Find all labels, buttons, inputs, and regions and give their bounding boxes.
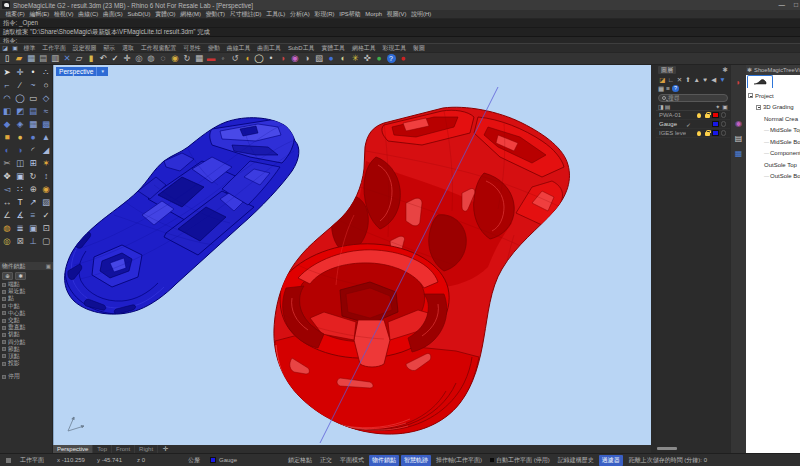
menu-A[interactable]: 分析(A)	[288, 10, 312, 19]
named-view-icon[interactable]: ▢	[40, 235, 52, 247]
menu-D[interactable]: 尺寸標註(D)	[227, 10, 264, 19]
current-layer-indicator[interactable]: Gauge	[205, 457, 242, 463]
check-icon[interactable]: ✓	[40, 209, 52, 221]
join-icon[interactable]: ⊞	[27, 157, 39, 169]
checkbox-icon[interactable]	[2, 340, 6, 344]
osnap-item[interactable]: 投影	[0, 360, 53, 367]
tree-item-outsole-bot[interactable]: —OutSole Bot	[746, 171, 800, 183]
statusbar-toggle[interactable]: 過濾器	[599, 455, 623, 466]
paste-icon[interactable]: ▮	[85, 53, 97, 64]
copy-object-icon[interactable]: ▣	[14, 170, 26, 182]
osnap-settings-icon[interactable]: ▣	[46, 262, 51, 270]
zoom-dynamic-icon[interactable]: ◎	[133, 53, 145, 64]
viewport-tab-perspective[interactable]: Perspective	[53, 445, 93, 453]
orient-icon[interactable]: ⊕	[27, 183, 39, 195]
surface-icon[interactable]: ◧	[1, 105, 13, 117]
print-icon[interactable]: ▤	[37, 53, 49, 64]
material-circle-icon[interactable]	[721, 130, 727, 136]
select-points-icon[interactable]: ✛	[14, 66, 26, 78]
checkbox-icon[interactable]	[2, 354, 6, 358]
mirror-icon[interactable]: ◅	[1, 183, 13, 195]
hatch-icon[interactable]: ▨	[40, 196, 52, 208]
osnap-persistent-icon[interactable]: ⊕	[2, 272, 13, 280]
statusbar-pane-icon[interactable]	[6, 458, 11, 463]
dot-icon[interactable]: •	[265, 53, 277, 64]
tree-item-normal-crea[interactable]: Normal Crea	[746, 113, 800, 125]
select-icon[interactable]: ➤	[1, 66, 13, 78]
texture-icon[interactable]: ▧	[313, 53, 325, 64]
render-preview-icon[interactable]: ◑	[301, 53, 313, 64]
new-layer-icon[interactable]: ◪	[658, 76, 667, 84]
list-view-icon[interactable]: ≡	[666, 85, 670, 92]
statusbar-toggle[interactable]: 智慧軌跡	[401, 455, 431, 466]
move-down-icon[interactable]: ▲	[692, 76, 701, 83]
add-viewport-tab-button[interactable]: ✛	[158, 445, 173, 453]
tree-item-midsole-bot[interactable]: —MidSole Bot	[746, 136, 800, 148]
menu-F[interactable]: 檔案(F)	[3, 10, 27, 19]
material-circle-icon[interactable]	[721, 112, 727, 118]
point-cloud-icon[interactable]: ∴	[40, 66, 52, 78]
green-sphere-icon[interactable]: ●	[373, 53, 385, 64]
layer-row[interactable]: PWA-01	[656, 111, 730, 120]
box-icon[interactable]: ■	[1, 131, 13, 143]
small-tools-icon[interactable]: ✜	[361, 53, 373, 64]
statusbar-toggle[interactable]: 物件鎖點	[369, 455, 399, 466]
viewport-canvas[interactable]	[54, 65, 652, 445]
pan-icon[interactable]: ✛	[121, 53, 133, 64]
layer-search-input[interactable]: 搜尋	[658, 94, 728, 102]
checkbox-icon[interactable]	[2, 347, 6, 351]
dim-icon[interactable]: ↔	[1, 196, 13, 208]
delete-layer-icon[interactable]: ✕	[675, 76, 684, 84]
viewport-dropdown-arrow-icon[interactable]: ▼	[96, 67, 104, 76]
statusbar-toggle[interactable]: 平面模式	[337, 455, 367, 466]
blue-sole-model[interactable]	[65, 118, 299, 314]
redo-icon[interactable]: ✓	[109, 53, 121, 64]
menu-V[interactable]: 視圖(V)	[384, 10, 408, 19]
lock-icon[interactable]	[703, 113, 712, 118]
menu-H[interactable]: 說明(H)	[409, 10, 434, 19]
statusbar-toggle[interactable]: 記錄建構歷史	[555, 455, 597, 466]
sun-icon[interactable]: ✳	[349, 53, 361, 64]
group-icon[interactable]: ▣	[27, 222, 39, 234]
checkbox-icon[interactable]	[2, 362, 6, 366]
material-circle-icon[interactable]	[721, 121, 727, 127]
undo-view-icon[interactable]: ↺	[229, 53, 241, 64]
checkbox-icon[interactable]	[2, 333, 6, 337]
patch-icon[interactable]: ▩	[40, 118, 52, 130]
menu-SubDU[interactable]: SubD(U)	[125, 11, 153, 17]
tree-item-project[interactable]: Project	[746, 90, 800, 102]
split-icon[interactable]: ◫	[14, 157, 26, 169]
color-wheel-icon[interactable]: ◉	[289, 53, 301, 64]
boolean-union-icon[interactable]: ◐	[1, 144, 13, 156]
filter-icon[interactable]: ▼	[718, 76, 727, 83]
gumball-icon[interactable]: ◉	[40, 183, 52, 195]
sweep-icon[interactable]: ◆	[1, 118, 13, 130]
grid-view-icon[interactable]: ▦	[658, 85, 664, 93]
cplane-selector[interactable]: 工作平面	[15, 456, 49, 465]
array-icon[interactable]: ∷	[14, 183, 26, 195]
boolean-diff-icon[interactable]: ◑	[14, 144, 26, 156]
trim-icon[interactable]: ✂	[1, 157, 13, 169]
menu-S[interactable]: 曲面(S)	[101, 10, 125, 19]
scale-icon[interactable]: ↕	[40, 170, 52, 182]
loft-icon[interactable]: ≈	[40, 105, 52, 117]
menu-M[interactable]: 網格(M)	[178, 10, 203, 19]
red-sole-model[interactable]	[274, 107, 570, 434]
visibility-bulb-icon[interactable]	[694, 113, 703, 118]
tree-expand-icon[interactable]	[756, 105, 761, 110]
cplane-icon[interactable]: ⊥	[27, 235, 39, 247]
new-sublayer-icon[interactable]: ∟	[667, 76, 676, 83]
match-layer-icon[interactable]: ♥	[701, 76, 710, 83]
hide-object-icon[interactable]: ▬	[205, 53, 217, 64]
fillet-icon[interactable]: ◜	[27, 144, 39, 156]
color-wheel-tab-icon[interactable]: ◉	[733, 118, 744, 129]
tree-panel-tab[interactable]	[747, 75, 773, 88]
layout-icon[interactable]: ▣	[11, 45, 19, 52]
statusbar-toggle[interactable]: 正交	[317, 455, 335, 466]
checkbox-icon[interactable]	[2, 304, 6, 308]
undo-icon[interactable]: ↶	[97, 53, 109, 64]
one-layer-on-icon[interactable]: ◀	[710, 76, 719, 84]
checkbox-icon[interactable]	[2, 375, 6, 379]
cone-icon[interactable]: ▲	[40, 131, 52, 143]
tree-item-3d-grading[interactable]: 3D Grading	[746, 102, 800, 114]
